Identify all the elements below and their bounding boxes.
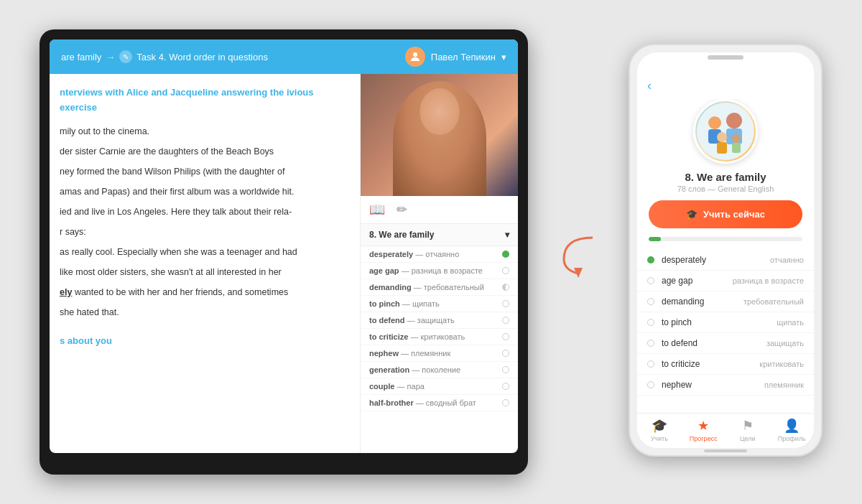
book-icon[interactable]: 📖 xyxy=(369,202,385,218)
vocab-status-dot xyxy=(502,284,509,291)
text-paragraph-10: she hated that. xyxy=(60,305,350,319)
phone-vocab-item: demanding требовательный xyxy=(637,291,814,312)
tablet-content: nterviews with Alice and Jacqueline answ… xyxy=(50,74,518,453)
phone-vocab-item: desperately отчаянно xyxy=(637,250,814,271)
phone-vocab-translation: отчаянно xyxy=(770,256,804,264)
family-circle-image xyxy=(693,99,758,164)
breadcrumb-start: are family xyxy=(61,52,101,62)
phone-nav-item[interactable]: ⚑ Цели xyxy=(726,418,770,442)
phone-vocab-item: nephew племянник xyxy=(637,375,814,396)
phone-vocab-word: to pinch xyxy=(662,317,777,327)
main-text-area: nterviews with Alice and Jacqueline answ… xyxy=(50,74,360,453)
vocab-item: demanding — требовательный xyxy=(361,279,518,296)
tablet-header: are family → ✎ Task 4. Word order in que… xyxy=(50,39,518,74)
vocab-status-dot xyxy=(502,251,509,258)
phone-vocab-translation: племянник xyxy=(764,381,804,389)
home-indicator[interactable] xyxy=(704,449,747,452)
tablet-body: are family → ✎ Task 4. Word order in que… xyxy=(40,29,528,475)
vocab-item: couple — пара xyxy=(361,378,518,395)
phone-nav-label: Профиль xyxy=(778,435,806,442)
arrow-container xyxy=(557,223,600,281)
text-paragraph-1: mily out to the cinema. xyxy=(60,124,350,139)
phone-vocab-word: to defend xyxy=(662,338,766,348)
vocab-status-dot xyxy=(502,333,509,340)
text-paragraph-6: r says: xyxy=(60,225,350,239)
phone-vocab-dot xyxy=(647,360,654,368)
phone-vocab-translation: требовательный xyxy=(743,297,804,306)
phone-top-nav: ‹ xyxy=(637,73,814,99)
progress-bar-fill xyxy=(649,237,661,241)
text-paragraph-9: ely wanted to be with her and her friend… xyxy=(60,285,350,299)
vocab-word: desperately — отчаянно xyxy=(369,250,502,258)
vocab-header: 8. We are family ▾ xyxy=(361,224,518,246)
paragraph-9-end: wanted to be with her and her friends, a… xyxy=(75,287,288,297)
svg-point-3 xyxy=(708,116,721,129)
phone-vocab-translation: критиковать xyxy=(759,360,804,368)
video-controls: 📖 ✏ xyxy=(361,196,518,224)
text-paragraph-7: as really cool. Especially when she was … xyxy=(60,245,350,259)
phone-vocab-dot xyxy=(647,340,654,347)
user-name: Павел Тепикин xyxy=(431,52,496,62)
family-image-container xyxy=(637,99,814,171)
task-label: Task 4. Word order in questions xyxy=(136,52,268,62)
vocab-status-dot xyxy=(502,383,509,390)
vocab-collapse-icon[interactable]: ▾ xyxy=(505,230,509,240)
vocab-item: to criticize — критиковать xyxy=(361,329,518,345)
progress-bar-container xyxy=(649,237,802,241)
svg-point-9 xyxy=(732,134,741,143)
vocab-word: nephew — племянник xyxy=(369,349,502,358)
video-person-silhouette xyxy=(393,81,486,196)
back-button[interactable]: ‹ xyxy=(647,78,652,93)
avatar xyxy=(405,47,425,67)
phone-vocab-item: to pinch щипать xyxy=(637,312,814,333)
text-paragraph-2: der sister Carnie are the daughters of t… xyxy=(60,144,350,159)
about-you-link[interactable]: s about you xyxy=(60,334,350,349)
phone-vocab-item: age gap разница в возрасте xyxy=(637,271,814,291)
phone-screen: ‹ xyxy=(637,52,814,448)
phone-vocab-word: age gap xyxy=(662,276,733,286)
phone-vocab-dot xyxy=(647,277,654,284)
vocab-item: nephew — племянник xyxy=(361,345,518,362)
phone-vocab-dot xyxy=(647,381,654,388)
phone-vocab-item: to criticize критиковать xyxy=(637,354,814,375)
phone-nav-label: Цели xyxy=(740,435,756,442)
phone-nav-icon: 👤 xyxy=(784,418,800,434)
tablet-sidebar: 📖 ✏ 8. We are family ▾ desperately — отч… xyxy=(360,74,518,453)
vocab-status-dot xyxy=(502,399,509,406)
vocab-word: age gap — разница в возрасте xyxy=(369,266,502,275)
phone-nav-item[interactable]: ★ Прогресс xyxy=(682,418,726,442)
vocab-item: desperately — отчаянно xyxy=(361,246,518,263)
exercise-link[interactable]: nterviews with Alice and Jacqueline answ… xyxy=(60,85,350,116)
phone-nav-icon: 🎓 xyxy=(652,418,667,434)
video-thumbnail[interactable] xyxy=(361,74,518,196)
vocabulary-list: 8. We are family ▾ desperately — отчаянн… xyxy=(361,224,518,453)
svg-rect-10 xyxy=(732,143,741,153)
vocab-word: demanding — требовательный xyxy=(369,283,502,291)
chevron-down-icon: ▾ xyxy=(501,52,506,62)
tablet-device: are family → ✎ Task 4. Word order in que… xyxy=(40,29,528,475)
phone-vocab-dot xyxy=(647,298,654,305)
learn-now-button[interactable]: 🎓 Учить сейчас xyxy=(649,200,802,228)
vocab-status-dot xyxy=(502,350,509,357)
phone-vocab-word: desperately xyxy=(662,255,770,265)
vocab-status-dot xyxy=(502,366,509,373)
vocab-item: to defend — защищать xyxy=(361,312,518,329)
phone-course-subtitle: 78 слов — General English xyxy=(637,185,814,200)
vocab-item: age gap — разница в возрасте xyxy=(361,263,518,279)
phone-nav-item[interactable]: 👤 Профиль xyxy=(770,418,815,442)
phone-vocab-item: to defend защищать xyxy=(637,333,814,354)
phone-vocab-translation: защищать xyxy=(766,339,804,347)
vocab-word: half-brother — сводный брат xyxy=(369,398,502,407)
text-paragraph-3: ney formed the band Wilson Philips (with… xyxy=(60,164,350,179)
vocab-item: to pinch — щипать xyxy=(361,296,518,312)
phone-vocab-word: demanding xyxy=(662,297,743,307)
task-icon: ✎ xyxy=(119,50,132,63)
family-illustration xyxy=(697,103,754,160)
vocab-word: generation — поколение xyxy=(369,365,502,374)
phone-nav-item[interactable]: 🎓 Учить xyxy=(637,418,682,442)
user-info[interactable]: Павел Тепикин ▾ xyxy=(405,47,506,67)
edit-icon[interactable]: ✏ xyxy=(397,202,407,218)
phone-content: 8. We are family 78 слов — General Engli… xyxy=(637,99,814,413)
svg-point-0 xyxy=(413,52,417,57)
highlighted-word: ely xyxy=(60,287,72,297)
